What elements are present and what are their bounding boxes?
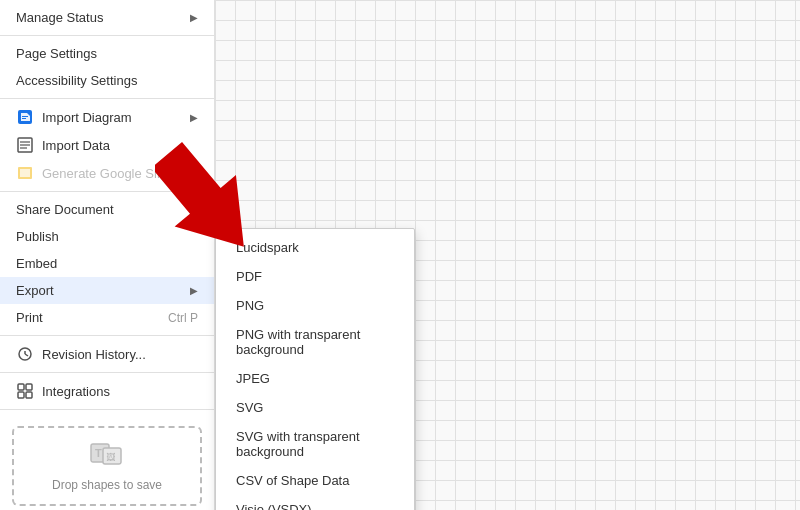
sidebar-bottom: T 🖼 Drop shapes to save + + Shape Librar… bbox=[0, 409, 214, 510]
page-settings-label: Page Settings bbox=[16, 46, 97, 61]
shape-drop-icon: T 🖼 bbox=[89, 440, 125, 474]
svg-rect-2 bbox=[22, 116, 28, 117]
publish-label: Publish bbox=[16, 229, 59, 244]
jpeg-label: JPEG bbox=[236, 371, 270, 386]
integrations-icon bbox=[16, 383, 34, 399]
svg-rect-3 bbox=[22, 118, 26, 119]
menu-item-print[interactable]: Print Ctrl P bbox=[0, 304, 214, 331]
svg-rect-16 bbox=[26, 392, 32, 398]
menu-item-export[interactable]: Export ▶ bbox=[0, 277, 214, 304]
svg-text:T: T bbox=[95, 447, 102, 459]
export-csv[interactable]: CSV of Shape Data bbox=[216, 466, 414, 495]
generate-slides-label: Generate Google Slides bbox=[42, 166, 181, 181]
accessibility-settings-label: Accessibility Settings bbox=[16, 73, 137, 88]
sidebar: Manage Status ▶ Page Settings Accessibil… bbox=[0, 0, 215, 510]
export-lucidspark[interactable]: Lucidspark bbox=[216, 233, 414, 262]
menu-item-import-diagram[interactable]: Import Diagram ▶ bbox=[0, 103, 214, 131]
share-document-label: Share Document bbox=[16, 202, 114, 217]
export-visio-vsdx[interactable]: Visio (VSDX) bbox=[216, 495, 414, 510]
menu-divider-5 bbox=[0, 372, 214, 373]
menu-item-share-document[interactable]: Share Document bbox=[0, 196, 214, 223]
visio-vsdx-label: Visio (VSDX) bbox=[236, 502, 312, 510]
png-transparent-label: PNG with transparent background bbox=[236, 327, 360, 357]
export-png[interactable]: PNG bbox=[216, 291, 414, 320]
svg-rect-15 bbox=[18, 392, 24, 398]
menu-item-embed[interactable]: Embed bbox=[0, 250, 214, 277]
import-diagram-label: Import Diagram bbox=[42, 110, 132, 125]
shape-drop-area: T 🖼 Drop shapes to save bbox=[12, 426, 202, 506]
export-label: Export bbox=[16, 283, 54, 298]
menu-item-integrations[interactable]: Integrations bbox=[0, 377, 214, 405]
revision-history-label: Revision History... bbox=[42, 347, 146, 362]
export-submenu: Lucidspark PDF PNG PNG with transparent … bbox=[215, 228, 415, 510]
menu-divider-2 bbox=[0, 98, 214, 99]
export-svg-transparent[interactable]: SVG with transparent background bbox=[216, 422, 414, 466]
manage-status-arrow: ▶ bbox=[190, 12, 198, 23]
svg-rect-14 bbox=[26, 384, 32, 390]
embed-label: Embed bbox=[16, 256, 57, 271]
manage-status-label: Manage Status bbox=[16, 10, 103, 25]
svg-rect-13 bbox=[18, 384, 24, 390]
print-label: Print bbox=[16, 310, 43, 325]
export-svg[interactable]: SVG bbox=[216, 393, 414, 422]
revision-history-icon bbox=[16, 346, 34, 362]
export-png-transparent[interactable]: PNG with transparent background bbox=[216, 320, 414, 364]
lucidspark-label: Lucidspark bbox=[236, 240, 299, 255]
integrations-label: Integrations bbox=[42, 384, 110, 399]
svg-label: SVG bbox=[236, 400, 263, 415]
menu-item-publish[interactable]: Publish bbox=[0, 223, 214, 250]
menu-item-accessibility-settings[interactable]: Accessibility Settings bbox=[0, 67, 214, 94]
svg-rect-9 bbox=[20, 169, 30, 177]
menu-divider-3 bbox=[0, 191, 214, 192]
import-data-label: Import Data bbox=[42, 138, 110, 153]
menu-divider-4 bbox=[0, 335, 214, 336]
svg-line-12 bbox=[25, 354, 28, 356]
import-diagram-arrow: ▶ bbox=[190, 112, 198, 123]
menu-item-page-settings[interactable]: Page Settings bbox=[0, 40, 214, 67]
pdf-label: PDF bbox=[236, 269, 262, 284]
svg-transparent-label: SVG with transparent background bbox=[236, 429, 360, 459]
main-menu: Manage Status ▶ Page Settings Accessibil… bbox=[0, 0, 214, 409]
export-pdf[interactable]: PDF bbox=[216, 262, 414, 291]
png-label: PNG bbox=[236, 298, 264, 313]
menu-item-import-data[interactable]: Import Data bbox=[0, 131, 214, 159]
svg-text:🖼: 🖼 bbox=[106, 452, 115, 462]
menu-item-revision-history[interactable]: Revision History... bbox=[0, 340, 214, 368]
menu-item-generate-slides: Generate Google Slides bbox=[0, 159, 214, 187]
import-data-icon bbox=[16, 137, 34, 153]
generate-slides-icon bbox=[16, 165, 34, 181]
menu-item-manage-status[interactable]: Manage Status ▶ bbox=[0, 4, 214, 31]
drop-shapes-label: Drop shapes to save bbox=[52, 478, 162, 492]
print-shortcut: Ctrl P bbox=[168, 311, 198, 325]
menu-divider-1 bbox=[0, 35, 214, 36]
export-jpeg[interactable]: JPEG bbox=[216, 364, 414, 393]
csv-label: CSV of Shape Data bbox=[236, 473, 349, 488]
import-diagram-icon bbox=[16, 109, 34, 125]
export-arrow: ▶ bbox=[190, 285, 198, 296]
